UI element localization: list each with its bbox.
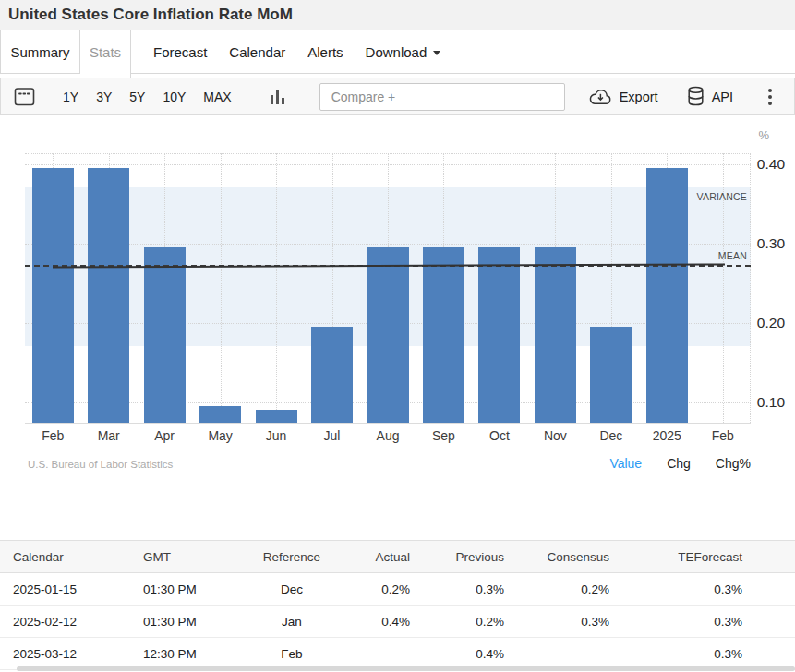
chart-bar-may[interactable] — [199, 406, 241, 423]
column-header: GMT — [130, 541, 242, 573]
tab-calendar[interactable]: Calendar — [218, 30, 296, 74]
chart-bar-mar[interactable] — [88, 168, 129, 423]
range-10y[interactable]: 10Y — [163, 90, 186, 104]
y-axis-label: 0.10 — [744, 394, 785, 411]
table-cell: 0.4% — [342, 606, 416, 638]
calendar-icon — [14, 87, 35, 106]
chart-bar-aug[interactable] — [367, 247, 409, 423]
column-header: Reference — [242, 541, 342, 573]
table-cell: Feb — [242, 638, 342, 670]
x-axis-label: Nov — [544, 428, 567, 443]
y-axis-label: 0.20 — [744, 315, 785, 331]
range-max[interactable]: MAX — [203, 90, 231, 104]
y-axis-label: 0.40 — [744, 156, 785, 173]
mode-chg[interactable]: Chg — [667, 456, 691, 471]
bar-chart-icon[interactable] — [271, 90, 284, 104]
chart-bar-sep[interactable] — [423, 247, 464, 423]
calendar-table-header: CalendarGMTReferenceActualPreviousConsen… — [0, 541, 795, 573]
x-axis-label: Oct — [489, 428, 510, 443]
gridline-right-boundary — [750, 153, 751, 423]
mode-chg-pct[interactable]: Chg% — [716, 456, 751, 471]
range-1y[interactable]: 1Y — [63, 90, 78, 104]
chevron-down-icon — [433, 51, 440, 55]
chart-bar-oct[interactable] — [478, 247, 520, 423]
x-axis-label: Feb — [712, 428, 734, 443]
y-axis-unit: % — [758, 128, 769, 142]
table-row[interactable]: 2025-01-1501:30 PMDec0.2%0.3%0.2%0.3% — [0, 573, 795, 606]
x-axis-label: Dec — [599, 428, 622, 443]
table-cell: 12:30 PM — [130, 638, 242, 670]
range-5y[interactable]: 5Y — [129, 90, 145, 104]
toolbar-right-group: Export API — [588, 86, 779, 107]
chart-plot: VARIANCEMEAN — [25, 153, 751, 424]
chart-bar-jun[interactable] — [256, 410, 297, 423]
app-window: United States Core Inflation Rate MoM Su… — [0, 0, 795, 672]
range-3y[interactable]: 3Y — [96, 90, 112, 104]
x-axis-label: Feb — [42, 428, 64, 443]
chart-bar-dec[interactable] — [590, 327, 632, 423]
table-cell: 0.3% — [615, 638, 748, 670]
range-selector: 1Y 3Y 5Y 10Y MAX — [63, 90, 232, 104]
tab-bar: Summary Stats Forecast Calendar Alerts D… — [0, 30, 795, 78]
horizontal-scrollbar-thumb[interactable] — [17, 666, 795, 671]
api-button[interactable]: API — [686, 86, 733, 107]
table-cell: 2025-03-12 — [0, 638, 130, 670]
table-cell: 0.4% — [416, 638, 510, 670]
x-axis-label: Aug — [377, 428, 400, 443]
column-header: Previous — [416, 541, 510, 573]
table-cell: 0.2% — [342, 573, 416, 606]
table-cell: 0.2% — [510, 573, 615, 606]
table-cell: 0.3% — [615, 573, 748, 606]
chart-bar-nov[interactable] — [535, 247, 576, 423]
table-row[interactable]: 2025-02-1201:30 PMJan0.4%0.2%0.3%0.3% — [0, 606, 795, 638]
table-cell: 01:30 PM — [130, 573, 242, 606]
tab-forecast[interactable]: Forecast — [142, 30, 218, 74]
table-cell: 0.2% — [416, 606, 510, 638]
table-cell: 0.3% — [416, 573, 510, 606]
x-axis-label: 2025 — [653, 428, 681, 443]
x-axis-label: Jun — [266, 428, 287, 443]
chart-toolbar: 1Y 3Y 5Y 10Y MAX Export — [0, 78, 795, 115]
table-cell: 2025-01-15 — [0, 573, 130, 606]
x-axis-label: Mar — [98, 428, 120, 443]
y-axis-label: 0.30 — [744, 235, 785, 252]
chart-area: % VARIANCEMEAN U.S. Bureau of Labor Stat… — [0, 115, 795, 517]
cloud-download-icon — [588, 88, 613, 105]
x-axis-label: Sep — [432, 428, 455, 443]
api-label: API — [712, 90, 733, 104]
tab-download[interactable]: Download — [355, 30, 452, 74]
compare-input[interactable] — [319, 83, 565, 111]
table-cell: 0.3% — [510, 606, 615, 638]
column-header: Consensus — [510, 541, 615, 573]
tab-stats[interactable]: Stats — [80, 30, 131, 78]
kebab-menu-icon[interactable] — [761, 87, 779, 107]
tab-summary[interactable]: Summary — [0, 30, 80, 74]
chart-bar-2025[interactable] — [646, 168, 688, 423]
gridline-vertical — [221, 153, 222, 423]
export-button[interactable]: Export — [588, 88, 658, 105]
tab-download-label: Download — [366, 44, 428, 60]
x-axis-label: May — [208, 428, 232, 443]
table-row[interactable]: 2025-03-1212:30 PMFeb0.4%0.3% — [0, 638, 795, 670]
column-header: TEForecast — [615, 541, 748, 573]
table-cell — [510, 638, 615, 670]
variance-label: VARIANCE — [697, 191, 748, 202]
chart-bar-jul[interactable] — [311, 327, 353, 423]
chart-bar-feb[interactable] — [32, 168, 74, 423]
table-cell: 01:30 PM — [130, 606, 242, 638]
table-cell: 2025-02-12 — [0, 606, 130, 638]
table-cell: Dec — [242, 573, 342, 606]
mean-label: MEAN — [718, 250, 747, 261]
gridline-vertical — [276, 153, 277, 423]
table-cell: Jan — [242, 606, 342, 638]
table-cell — [342, 638, 416, 670]
export-label: Export — [620, 90, 658, 104]
chart-bar-apr[interactable] — [144, 247, 186, 423]
column-header: Calendar — [0, 541, 130, 573]
mode-value[interactable]: Value — [609, 456, 642, 471]
tab-alerts[interactable]: Alerts — [296, 30, 354, 74]
x-axis-label: Apr — [154, 428, 175, 443]
column-header: Actual — [342, 541, 416, 573]
date-range-button[interactable] — [14, 87, 35, 106]
chart-source: U.S. Bureau of Labor Statistics — [28, 459, 173, 470]
